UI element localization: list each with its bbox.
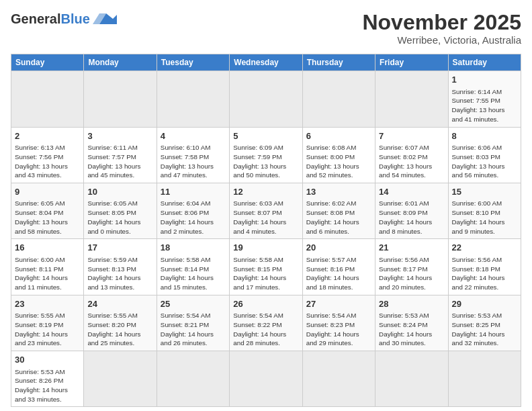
day-info: Sunrise: 5:53 AM Sunset: 8:25 PM Dayligh… bbox=[452, 311, 517, 348]
calendar-cell bbox=[230, 351, 302, 406]
day-info: Sunrise: 6:08 AM Sunset: 8:00 PM Dayligh… bbox=[306, 143, 371, 180]
calendar-cell: 14Sunrise: 6:01 AM Sunset: 8:09 PM Dayli… bbox=[375, 183, 448, 238]
day-number: 12 bbox=[233, 186, 298, 198]
day-number: 19 bbox=[233, 242, 298, 254]
day-number: 13 bbox=[306, 186, 371, 198]
calendar-cell bbox=[448, 351, 521, 406]
day-number: 6 bbox=[306, 130, 371, 142]
day-info: Sunrise: 5:58 AM Sunset: 8:14 PM Dayligh… bbox=[161, 255, 226, 292]
day-number: 27 bbox=[306, 298, 371, 310]
calendar-cell: 30Sunrise: 5:53 AM Sunset: 8:26 PM Dayli… bbox=[11, 351, 84, 406]
calendar-cell bbox=[375, 71, 448, 127]
calendar-cell bbox=[84, 71, 157, 127]
header-monday: Monday bbox=[84, 54, 157, 71]
logo-icon bbox=[93, 11, 117, 27]
day-number: 11 bbox=[161, 186, 226, 198]
day-info: Sunrise: 6:00 AM Sunset: 8:11 PM Dayligh… bbox=[15, 255, 80, 292]
calendar-cell bbox=[302, 351, 375, 406]
day-number: 23 bbox=[15, 298, 80, 310]
calendar-cell: 4Sunrise: 6:10 AM Sunset: 7:58 PM Daylig… bbox=[157, 127, 229, 183]
day-number: 30 bbox=[15, 354, 80, 366]
header-sunday: Sunday bbox=[11, 54, 84, 71]
calendar-cell: 23Sunrise: 5:55 AM Sunset: 8:19 PM Dayli… bbox=[11, 295, 84, 351]
calendar-cell: 15Sunrise: 6:00 AM Sunset: 8:10 PM Dayli… bbox=[448, 183, 521, 238]
calendar-cell: 1Sunrise: 6:14 AM Sunset: 7:55 PM Daylig… bbox=[448, 71, 521, 127]
day-number: 14 bbox=[379, 186, 444, 198]
calendar-cell: 24Sunrise: 5:55 AM Sunset: 8:20 PM Dayli… bbox=[84, 295, 157, 351]
day-number: 3 bbox=[87, 130, 152, 142]
calendar-cell bbox=[375, 351, 448, 406]
day-info: Sunrise: 6:01 AM Sunset: 8:09 PM Dayligh… bbox=[379, 199, 444, 236]
day-info: Sunrise: 6:07 AM Sunset: 8:02 PM Dayligh… bbox=[379, 143, 444, 180]
calendar-cell: 18Sunrise: 5:58 AM Sunset: 8:14 PM Dayli… bbox=[157, 239, 229, 295]
day-number: 29 bbox=[452, 298, 517, 310]
day-info: Sunrise: 5:53 AM Sunset: 8:24 PM Dayligh… bbox=[379, 311, 444, 348]
header-thursday: Thursday bbox=[302, 54, 375, 71]
day-number: 16 bbox=[15, 242, 80, 254]
calendar-cell: 2Sunrise: 6:13 AM Sunset: 7:56 PM Daylig… bbox=[11, 127, 84, 183]
day-info: Sunrise: 5:56 AM Sunset: 8:18 PM Dayligh… bbox=[452, 255, 517, 292]
day-info: Sunrise: 6:05 AM Sunset: 8:05 PM Dayligh… bbox=[87, 199, 152, 236]
calendar-table: SundayMondayTuesdayWednesdayThursdayFrid… bbox=[11, 54, 521, 407]
calendar-cell: 16Sunrise: 6:00 AM Sunset: 8:11 PM Dayli… bbox=[11, 239, 84, 295]
day-info: Sunrise: 5:54 AM Sunset: 8:21 PM Dayligh… bbox=[161, 311, 226, 348]
day-info: Sunrise: 6:14 AM Sunset: 7:55 PM Dayligh… bbox=[452, 87, 517, 124]
day-info: Sunrise: 6:02 AM Sunset: 8:08 PM Dayligh… bbox=[306, 199, 371, 236]
day-info: Sunrise: 6:06 AM Sunset: 8:03 PM Dayligh… bbox=[452, 143, 517, 180]
day-number: 20 bbox=[306, 242, 371, 254]
day-number: 21 bbox=[379, 242, 444, 254]
day-info: Sunrise: 5:59 AM Sunset: 8:13 PM Dayligh… bbox=[87, 255, 152, 292]
day-info: Sunrise: 6:13 AM Sunset: 7:56 PM Dayligh… bbox=[15, 143, 80, 180]
day-info: Sunrise: 6:03 AM Sunset: 8:07 PM Dayligh… bbox=[233, 199, 298, 236]
logo-text: GeneralBlue bbox=[11, 11, 90, 27]
header-wednesday: Wednesday bbox=[230, 54, 302, 71]
day-info: Sunrise: 6:10 AM Sunset: 7:58 PM Dayligh… bbox=[161, 143, 226, 180]
day-info: Sunrise: 6:00 AM Sunset: 8:10 PM Dayligh… bbox=[452, 199, 517, 236]
month-year: November 2025 bbox=[362, 11, 521, 34]
day-info: Sunrise: 5:57 AM Sunset: 8:16 PM Dayligh… bbox=[306, 255, 371, 292]
day-number: 7 bbox=[379, 130, 444, 142]
calendar-cell: 11Sunrise: 6:04 AM Sunset: 8:06 PM Dayli… bbox=[157, 183, 229, 238]
day-info: Sunrise: 5:54 AM Sunset: 8:23 PM Dayligh… bbox=[306, 311, 371, 348]
day-info: Sunrise: 5:58 AM Sunset: 8:15 PM Dayligh… bbox=[233, 255, 298, 292]
header: GeneralBlue November 2025 Werribee, Vict… bbox=[11, 11, 521, 46]
day-number: 17 bbox=[87, 242, 152, 254]
day-number: 8 bbox=[452, 130, 517, 142]
calendar-cell bbox=[230, 71, 302, 127]
calendar-cell bbox=[11, 71, 84, 127]
calendar-cell: 13Sunrise: 6:02 AM Sunset: 8:08 PM Dayli… bbox=[302, 183, 375, 238]
calendar-cell: 9Sunrise: 6:05 AM Sunset: 8:04 PM Daylig… bbox=[11, 183, 84, 238]
day-number: 9 bbox=[15, 186, 80, 198]
day-info: Sunrise: 6:09 AM Sunset: 7:59 PM Dayligh… bbox=[233, 143, 298, 180]
day-number: 5 bbox=[233, 130, 298, 142]
calendar-cell: 29Sunrise: 5:53 AM Sunset: 8:25 PM Dayli… bbox=[448, 295, 521, 351]
calendar-cell: 12Sunrise: 6:03 AM Sunset: 8:07 PM Dayli… bbox=[230, 183, 302, 238]
calendar-cell: 17Sunrise: 5:59 AM Sunset: 8:13 PM Dayli… bbox=[84, 239, 157, 295]
day-info: Sunrise: 5:55 AM Sunset: 8:19 PM Dayligh… bbox=[15, 311, 80, 348]
day-number: 15 bbox=[452, 186, 517, 198]
calendar-cell: 3Sunrise: 6:11 AM Sunset: 7:57 PM Daylig… bbox=[84, 127, 157, 183]
day-number: 2 bbox=[15, 130, 80, 142]
calendar-cell: 6Sunrise: 6:08 AM Sunset: 8:00 PM Daylig… bbox=[302, 127, 375, 183]
calendar-cell: 7Sunrise: 6:07 AM Sunset: 8:02 PM Daylig… bbox=[375, 127, 448, 183]
header-saturday: Saturday bbox=[448, 54, 521, 71]
day-info: Sunrise: 5:55 AM Sunset: 8:20 PM Dayligh… bbox=[87, 311, 152, 348]
day-number: 18 bbox=[161, 242, 226, 254]
day-info: Sunrise: 6:05 AM Sunset: 8:04 PM Dayligh… bbox=[15, 199, 80, 236]
calendar-cell bbox=[84, 351, 157, 406]
calendar-cell: 25Sunrise: 5:54 AM Sunset: 8:21 PM Dayli… bbox=[157, 295, 229, 351]
day-number: 25 bbox=[161, 298, 226, 310]
calendar-cell: 26Sunrise: 5:54 AM Sunset: 8:22 PM Dayli… bbox=[230, 295, 302, 351]
calendar-cell: 27Sunrise: 5:54 AM Sunset: 8:23 PM Dayli… bbox=[302, 295, 375, 351]
calendar-cell: 19Sunrise: 5:58 AM Sunset: 8:15 PM Dayli… bbox=[230, 239, 302, 295]
calendar-cell bbox=[157, 71, 229, 127]
calendar-cell bbox=[302, 71, 375, 127]
day-info: Sunrise: 5:54 AM Sunset: 8:22 PM Dayligh… bbox=[233, 311, 298, 348]
calendar-cell: 20Sunrise: 5:57 AM Sunset: 8:16 PM Dayli… bbox=[302, 239, 375, 295]
calendar-cell: 5Sunrise: 6:09 AM Sunset: 7:59 PM Daylig… bbox=[230, 127, 302, 183]
calendar-cell: 10Sunrise: 6:05 AM Sunset: 8:05 PM Dayli… bbox=[84, 183, 157, 238]
day-number: 26 bbox=[233, 298, 298, 310]
calendar-cell: 22Sunrise: 5:56 AM Sunset: 8:18 PM Dayli… bbox=[448, 239, 521, 295]
day-number: 28 bbox=[379, 298, 444, 310]
day-number: 22 bbox=[452, 242, 517, 254]
